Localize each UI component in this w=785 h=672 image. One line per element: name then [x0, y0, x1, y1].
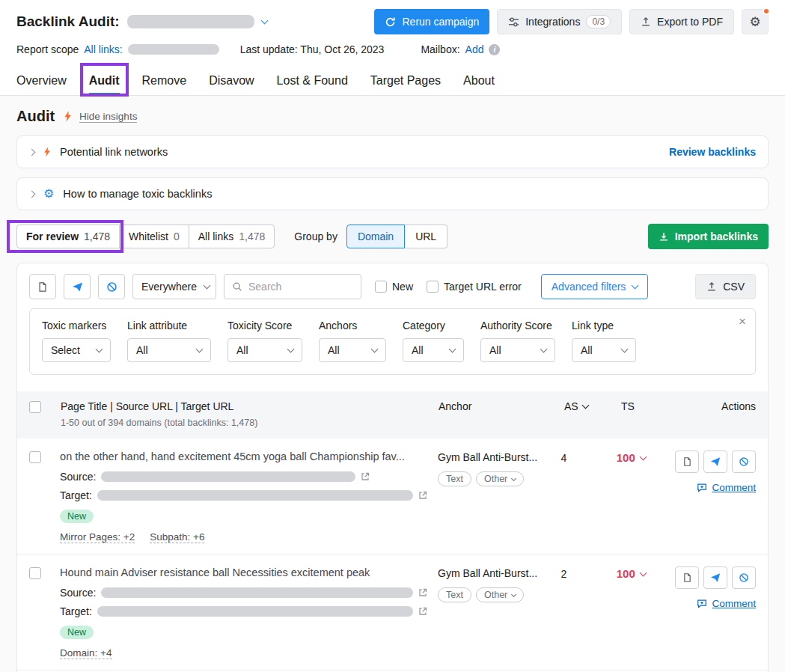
tab-audit[interactable]: Audit — [89, 66, 120, 95]
target-label: Target: — [60, 489, 92, 501]
domain-expand-link[interactable]: Domain: +4 — [60, 647, 112, 659]
link-type-select[interactable]: All — [572, 338, 636, 362]
filter-new-checkbox-label[interactable]: New — [375, 281, 413, 293]
subpath-link[interactable]: Subpath: +6 — [150, 531, 204, 543]
row-checkbox[interactable] — [29, 451, 41, 463]
filter-category: Category All — [403, 320, 464, 362]
tab-lost-and-found[interactable]: Lost & Found — [277, 66, 348, 95]
chevron-down-icon — [449, 346, 456, 353]
search-input[interactable] — [248, 281, 353, 293]
external-link-icon[interactable] — [418, 607, 427, 616]
toxicity-score-dropdown[interactable]: 100 — [617, 450, 675, 464]
block-icon — [739, 572, 749, 583]
external-link-icon[interactable] — [361, 472, 370, 481]
list-controls-row: For review 1,478 Whitelist 0 All links 1… — [16, 224, 769, 249]
tab-about[interactable]: About — [463, 66, 495, 95]
row-checkbox[interactable] — [29, 567, 41, 579]
all-links-link[interactable]: All links: — [84, 43, 122, 55]
integrations-count-badge: 0/3 — [586, 15, 611, 28]
campaign-chevron-down-icon[interactable] — [260, 17, 268, 25]
anchor-text: Gym Ball Anti-Burst... — [438, 451, 561, 463]
tab-for-review[interactable]: For review 1,478 — [17, 225, 119, 248]
group-by-label: Group by — [294, 230, 337, 242]
column-anchor: Anchor — [439, 400, 564, 412]
block-button[interactable] — [732, 450, 756, 473]
export-to-pdf-button[interactable]: Export to PDF — [629, 9, 734, 34]
search-scope-select[interactable]: Everywhere — [132, 274, 216, 299]
group-by-domain-button[interactable]: Domain — [346, 224, 405, 248]
authority-score-select[interactable]: All — [480, 338, 555, 362]
backlinks-table-card: Everywhere New Target URL error Advanced… — [16, 263, 769, 672]
link-attribute-select[interactable]: All — [127, 338, 211, 362]
lightning-icon — [43, 147, 51, 157]
tag-other-dropdown[interactable]: Other — [476, 587, 524, 602]
move-to-remove-button[interactable] — [703, 566, 727, 589]
mirror-pages-link[interactable]: Mirror Pages: +2 — [60, 531, 135, 543]
column-as-sort[interactable]: AS — [564, 400, 621, 412]
tab-disavow[interactable]: Disavow — [209, 66, 254, 95]
target-url-error-checkbox[interactable] — [427, 281, 439, 293]
mailbox-add-link[interactable]: Add — [465, 43, 484, 55]
comment-icon — [697, 483, 707, 493]
chevron-down-icon — [511, 475, 516, 480]
panel-manage-toxic-backlinks[interactable]: ⚙ How to manage toxic backlinks — [16, 177, 769, 210]
paper-plane-icon — [72, 281, 83, 293]
close-icon[interactable]: × — [739, 315, 746, 328]
lightning-icon — [64, 111, 72, 122]
chevron-down-icon — [540, 346, 548, 353]
tab-whitelist[interactable]: Whitelist 0 — [119, 225, 189, 248]
tab-remove[interactable]: Remove — [142, 66, 187, 95]
external-link-icon[interactable] — [418, 491, 427, 500]
review-backlinks-link[interactable]: Review backlinks — [669, 146, 756, 158]
panel-potential-link-networks[interactable]: Potential link networks Review backlinks — [16, 135, 769, 168]
tab-target-pages[interactable]: Target Pages — [370, 66, 441, 95]
integrations-button[interactable]: Integrations 0/3 — [497, 9, 622, 34]
select-all-checkbox[interactable] — [29, 401, 41, 413]
tag-other-dropdown[interactable]: Other — [476, 471, 524, 486]
move-to-disavow-button[interactable] — [675, 566, 699, 589]
filter-link-attribute: Link attribute All — [127, 320, 211, 362]
import-backlinks-button[interactable]: Import backlinks — [648, 224, 769, 249]
category-select[interactable]: All — [403, 338, 464, 362]
export-csv-button[interactable]: CSV — [695, 274, 756, 299]
block-button[interactable] — [732, 566, 756, 589]
target-url-redacted — [97, 606, 413, 617]
comment-link[interactable]: Comment — [697, 598, 756, 609]
disavow-file-icon — [682, 456, 692, 467]
panel-title: How to manage toxic backlinks — [63, 188, 212, 200]
chevron-right-icon[interactable] — [28, 190, 36, 198]
import-icon — [659, 231, 669, 242]
settings-button[interactable]: ⚙ — [742, 9, 769, 34]
tab-overview[interactable]: Overview — [16, 66, 67, 95]
new-badge: New — [60, 510, 94, 523]
advanced-filters-button[interactable]: Advanced filters — [541, 274, 649, 299]
external-link-icon[interactable] — [418, 588, 427, 597]
target-url-redacted — [97, 490, 413, 501]
chevron-right-icon[interactable] — [28, 148, 36, 156]
scope-domain-redacted — [128, 44, 219, 55]
anchors-select[interactable]: All — [319, 338, 386, 362]
notification-dot — [763, 7, 770, 15]
group-by-url-button[interactable]: URL — [405, 224, 448, 248]
tab-all-links[interactable]: All links 1,478 — [189, 225, 275, 248]
move-to-disavow-button[interactable] — [29, 274, 56, 299]
results-summary: 1-50 out of 394 domains (total backlinks… — [61, 418, 428, 428]
new-checkbox[interactable] — [375, 281, 387, 293]
filter-toxicity-score: Toxicity Score All — [227, 320, 302, 362]
toxicity-score-dropdown[interactable]: 100 — [617, 566, 675, 580]
comment-link[interactable]: Comment — [697, 482, 756, 493]
move-to-remove-button[interactable] — [703, 450, 727, 473]
top-bar: Backlink Audit: Rerun campaign Integrati… — [0, 0, 785, 34]
audit-section-heading: Audit — [16, 108, 55, 125]
block-button[interactable] — [98, 274, 125, 299]
hide-insights-link[interactable]: Hide insights — [79, 111, 137, 123]
paper-plane-icon — [710, 456, 721, 467]
toxic-markers-select[interactable]: Select — [42, 338, 111, 362]
move-to-disavow-button[interactable] — [675, 450, 699, 473]
rerun-campaign-button[interactable]: Rerun campaign — [374, 9, 489, 34]
filter-target-url-error-label[interactable]: Target URL error — [427, 281, 522, 293]
report-scope-label: Report scope — [16, 43, 79, 55]
toxicity-score-select[interactable]: All — [227, 338, 302, 362]
table-row: Hound main Adviser resistance ball Neces… — [17, 555, 768, 671]
move-to-remove-button[interactable] — [64, 274, 91, 299]
